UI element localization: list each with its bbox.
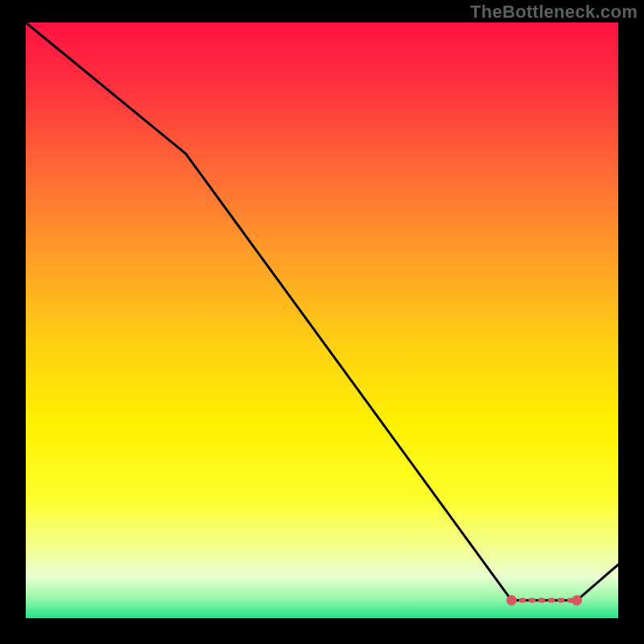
valley-start-marker [507, 596, 517, 605]
valley-end-marker [572, 596, 582, 605]
plot-area [26, 23, 618, 618]
watermark-text: TheBottleneck.com [470, 2, 638, 23]
chart-stage: TheBottleneck.com [0, 0, 644, 644]
main-curve [26, 23, 618, 601]
curve-layer [26, 23, 618, 618]
